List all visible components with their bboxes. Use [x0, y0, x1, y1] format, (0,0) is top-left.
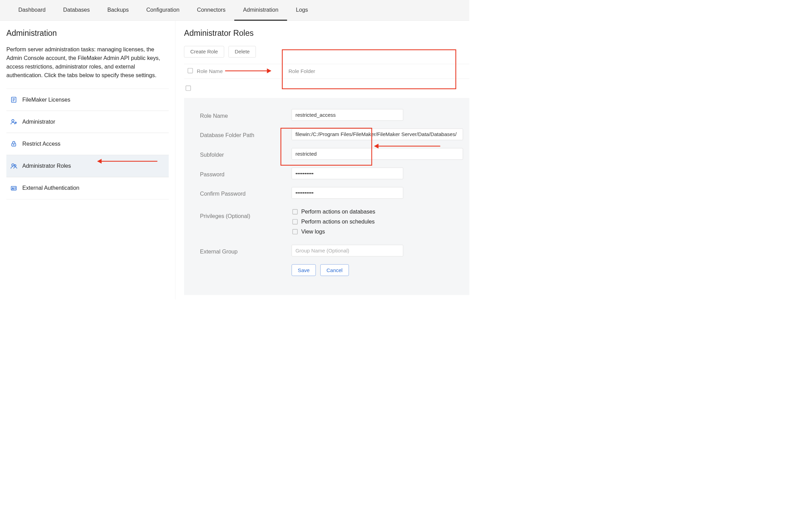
svg-point-8 — [12, 164, 14, 166]
form-row-password: Password — [200, 168, 463, 179]
form-row-rolename: Role Name — [200, 109, 463, 121]
privilege-options: Perform actions on databases Perform act… — [292, 207, 463, 237]
privilege-label: Perform actions on databases — [301, 209, 375, 215]
nav-dashboard[interactable]: Dashboard — [10, 0, 54, 21]
select-all-checkbox[interactable] — [187, 68, 193, 73]
subfolder-input[interactable] — [292, 148, 463, 160]
sidebar-tab-external-auth[interactable]: External Authentication — [6, 177, 169, 199]
col-role-name: Role Name — [197, 68, 288, 74]
sidebar-tab-administrator[interactable]: Administrator — [6, 111, 169, 133]
form-row-dbpath: Database Folder Path — [200, 128, 463, 140]
sidebar-tab-label: External Authentication — [22, 185, 80, 191]
save-button[interactable]: Save — [292, 264, 316, 276]
svg-point-4 — [12, 120, 14, 122]
svg-point-7 — [13, 144, 14, 145]
label-confirm-password: Confirm Password — [200, 189, 292, 197]
password-input[interactable] — [292, 168, 403, 179]
role-name-input[interactable] — [292, 109, 403, 121]
form-row-confirm-password: Confirm Password — [200, 187, 463, 199]
admin-icon — [10, 118, 17, 125]
label-db-path: Database Folder Path — [200, 130, 292, 138]
license-icon — [10, 96, 17, 103]
form-row-subfolder: Subfolder — [200, 148, 463, 160]
main-title: Administrator Roles — [184, 29, 469, 38]
label-password: Password — [200, 169, 292, 177]
sidebar-tab-label: FileMaker Licenses — [22, 96, 70, 103]
confirm-password-input[interactable] — [292, 187, 403, 199]
roles-icon — [10, 163, 17, 169]
admin-sidebar: Administration Perform server administra… — [0, 21, 175, 299]
checkbox-priv-viewlogs[interactable] — [293, 229, 298, 234]
sidebar-title: Administration — [6, 29, 169, 38]
label-subfolder: Subfolder — [200, 150, 292, 158]
top-nav: Dashboard Databases Backups Configuratio… — [0, 0, 469, 21]
checkbox-priv-schedules[interactable] — [293, 219, 298, 224]
cancel-button[interactable]: Cancel — [320, 264, 349, 276]
external-group-input[interactable] — [292, 245, 403, 257]
privilege-label: Perform actions on schedules — [301, 219, 375, 225]
nav-logs[interactable]: Logs — [287, 0, 317, 21]
label-external-group: External Group — [200, 247, 292, 255]
privilege-label: View logs — [301, 229, 325, 235]
checkbox-priv-databases[interactable] — [293, 209, 298, 214]
idcard-icon — [10, 185, 17, 191]
sidebar-tab-licenses[interactable]: FileMaker Licenses — [6, 89, 169, 111]
form-row-privileges: Privileges (Optional) Perform actions on… — [200, 207, 463, 237]
create-role-button[interactable]: Create Role — [184, 46, 224, 58]
col-role-folder: Role Folder — [288, 68, 466, 74]
nav-backups[interactable]: Backups — [99, 0, 138, 21]
db-folder-path-input[interactable] — [292, 128, 463, 140]
sidebar-tab-restrict[interactable]: Restrict Access — [6, 133, 169, 155]
main-panel: Administrator Roles Create Role Delete R… — [175, 21, 469, 299]
form-row-external-group: External Group — [200, 245, 463, 257]
delete-role-button[interactable]: Delete — [229, 46, 256, 58]
row-checkbox[interactable] — [186, 86, 191, 91]
nav-databases[interactable]: Databases — [54, 0, 99, 21]
privilege-option-viewlogs[interactable]: View logs — [293, 229, 463, 235]
role-toolbar: Create Role Delete — [184, 46, 469, 58]
sidebar-tab-label: Restrict Access — [22, 141, 61, 147]
roles-table-row — [184, 79, 469, 97]
sidebar-tab-label: Administrator — [22, 118, 55, 125]
svg-point-9 — [14, 165, 16, 166]
lock-icon — [10, 141, 17, 147]
nav-configuration[interactable]: Configuration — [138, 0, 188, 21]
sidebar-tab-roles[interactable]: Administrator Roles — [6, 155, 169, 177]
privilege-option-schedules[interactable]: Perform actions on schedules — [293, 219, 463, 225]
sidebar-tab-label: Administrator Roles — [22, 163, 71, 169]
privilege-option-databases[interactable]: Perform actions on databases — [293, 209, 463, 215]
role-form-panel: Role Name Database Folder Path Subfolder… — [184, 98, 469, 295]
nav-administration[interactable]: Administration — [234, 0, 287, 21]
annotation-arrow-privileges — [375, 146, 440, 146]
sidebar-description: Perform server administration tasks: man… — [6, 45, 169, 80]
label-privileges: Privileges (Optional) — [200, 207, 292, 219]
form-row-actions: Save Cancel — [200, 264, 463, 276]
roles-table-header: Role Name Role Folder — [184, 64, 469, 79]
svg-rect-10 — [11, 186, 17, 190]
nav-connectors[interactable]: Connectors — [188, 0, 234, 21]
label-role-name: Role Name — [200, 111, 292, 119]
